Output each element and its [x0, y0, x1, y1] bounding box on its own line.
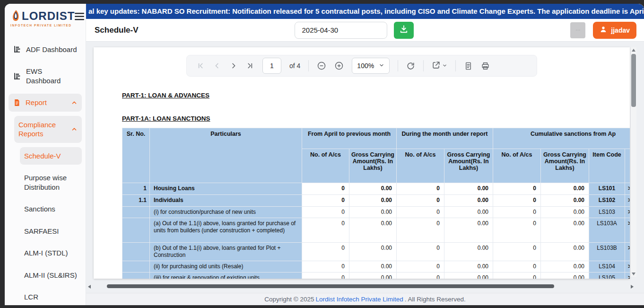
scroll-right-arrow-icon[interactable]	[631, 285, 634, 289]
vertical-scrollbar-thumb[interactable]	[631, 54, 636, 107]
refresh-icon[interactable]	[406, 62, 415, 70]
page-header: Schedule-V ··· jjadav	[86, 19, 644, 42]
content-area: of 4 100%	[86, 42, 644, 293]
report-table-body: 1Housing Loans00.0000.0000.00LS101>=1.1I…	[122, 183, 630, 279]
secondary-action-button[interactable]: ···	[570, 22, 585, 38]
table-cell: 0	[302, 207, 349, 218]
gross-carrying-header: Gross Carrying Amount(Rs. In Lakhs)	[444, 149, 493, 183]
chevron-down-icon	[442, 62, 447, 70]
horizontal-scrollbar-thumb[interactable]	[107, 284, 554, 288]
scroll-down-arrow-icon[interactable]	[632, 273, 635, 275]
sidebar-item-label: EWS Dashboard	[26, 67, 78, 85]
logo[interactable]: LORDIST INFOTECH PRIVATE LIMITED	[10, 9, 75, 27]
sidebar-item-label: LCR	[24, 292, 78, 302]
download-icon	[399, 25, 409, 35]
copyright-suffix: . All Rights Reserved.	[405, 296, 466, 303]
export-menu[interactable]	[432, 61, 447, 71]
sidebar-item-alm-ii[interactable]: ALM-II (SL&IRS)	[20, 266, 82, 284]
table-cell: LS103A	[589, 218, 625, 243]
table-cell: 0	[493, 183, 541, 195]
table-cell: >=	[625, 195, 630, 207]
page-number-input[interactable]	[262, 58, 281, 74]
table-cell: >=	[625, 243, 630, 261]
print-icon[interactable]	[481, 62, 490, 70]
document-properties-icon[interactable]	[464, 62, 473, 70]
table-row: (ii) for purchasing old units (Resale)00…	[122, 261, 630, 273]
table-cell: (iii) for repair & renovation of existin…	[150, 273, 302, 279]
table-cell: 0.00	[541, 195, 589, 207]
table-cell: 0.00	[541, 183, 589, 195]
group-header-from-april: From April to previous month	[302, 128, 397, 149]
app-window: LORDIST INFOTECH PRIVATE LIMITED ADF Das…	[5, 4, 644, 305]
hamburger-menu-icon[interactable]	[75, 12, 85, 23]
pdf-viewer-toolbar: of 4 100%	[186, 55, 537, 77]
sidebar-item-schedule-v[interactable]: Schedule-V	[20, 147, 82, 165]
table-cell: Housing Loans	[150, 183, 302, 195]
sidebar-item-purpose-wise-distribution[interactable]: Purpose wise Distribution	[20, 169, 82, 196]
sidebar-item-label: ADF Dashboard	[26, 45, 78, 54]
toolbar-divider	[455, 60, 456, 71]
table-cell: LS102	[589, 195, 625, 207]
sidebar-item-label: Purpose wise Distribution	[24, 173, 78, 192]
table-cell: 0	[397, 218, 444, 243]
table-row: 1.1Individuals00.0000.0000.00LS102>=	[122, 195, 630, 207]
table-cell	[122, 261, 150, 273]
table-cell: 0.00	[444, 273, 493, 279]
news-ticker-text: al key updates: NABARD SO Recruitment: N…	[88, 7, 644, 15]
toolbar-divider	[423, 60, 424, 71]
sidebar-item-compliance-reports[interactable]: Compliance Reports	[14, 116, 82, 143]
table-cell: LS104	[589, 261, 625, 273]
horizontal-scrollbar[interactable]	[88, 283, 634, 289]
sidebar-item-label: Schedule-V	[24, 151, 78, 161]
news-ticker: al key updates: NABARD SO Recruitment: N…	[86, 4, 644, 19]
table-cell	[122, 218, 150, 243]
main-area: al key updates: NABARD SO Recruitment: N…	[86, 4, 644, 305]
table-cell: 0	[302, 195, 349, 207]
next-page-icon[interactable]	[229, 62, 238, 70]
sidebar-item-sarfaesi[interactable]: SARFAESI	[20, 222, 82, 240]
table-cell: (ii) for purchasing old units (Resale)	[150, 261, 302, 273]
toolbar-divider	[308, 60, 309, 71]
download-button[interactable]	[394, 22, 414, 39]
table-cell: 0.00	[349, 183, 397, 195]
table-cell: 0.00	[541, 243, 589, 261]
table-cell: 0.00	[349, 243, 397, 261]
table-cell: 0.00	[541, 218, 589, 243]
zoom-in-icon[interactable]	[334, 61, 344, 70]
shell-logo-icon	[10, 9, 21, 23]
sidebar-item-report[interactable]: Report	[9, 94, 82, 112]
group-header-cumulative: Cumulative sanctions from Ap	[493, 128, 630, 149]
logo-title: LORDIST	[22, 10, 75, 22]
sidebar-item-ews-dashboard[interactable]: EWS Dashboard	[9, 62, 82, 89]
zoom-out-icon[interactable]	[317, 61, 326, 70]
scroll-left-arrow-icon[interactable]	[88, 285, 91, 289]
vertical-scrollbar[interactable]	[631, 47, 636, 277]
sidebar-item-lcr[interactable]: LCR	[20, 288, 82, 305]
blank-header	[625, 149, 630, 183]
table-row: (b) Out of the 1.1(i) above, loans grant…	[122, 243, 630, 261]
table-cell: (a) Out of the 1.1(i) above, loans grant…	[150, 218, 302, 243]
table-cell: 0.00	[444, 243, 493, 261]
scroll-up-arrow-icon[interactable]	[632, 49, 635, 52]
previous-page-icon[interactable]	[213, 62, 221, 70]
sidebar-item-sanctions[interactable]: Sanctions	[20, 200, 82, 218]
table-cell: >=	[625, 218, 630, 243]
sidebar-item-alm-i[interactable]: ALM-I (STDL)	[20, 244, 82, 262]
toolbar-divider	[398, 60, 398, 71]
sidebar-item-adf-dashboard[interactable]: ADF Dashboard	[9, 41, 82, 59]
report-date-input[interactable]	[295, 22, 387, 39]
user-name: jjadav	[611, 26, 630, 34]
first-page-icon[interactable]	[196, 62, 205, 70]
sidebar-item-label: SARFAESI	[24, 227, 78, 236]
bar-chart-icon	[13, 45, 21, 53]
report-heading-part1: PART-1: LOAN & ADVANCES	[122, 92, 630, 99]
user-menu-button[interactable]: jjadav	[593, 22, 636, 39]
company-link[interactable]: Lordist Infotech Private Limited	[315, 296, 403, 303]
table-cell: 0.00	[541, 261, 589, 273]
report-heading-part1a: PART-1A: LOAN SANCTIONS	[122, 115, 630, 122]
table-cell: >=	[625, 207, 630, 218]
table-cell	[122, 273, 150, 279]
last-page-icon[interactable]	[246, 62, 254, 70]
table-cell: 0	[302, 261, 349, 273]
zoom-level-select[interactable]: 100%	[352, 58, 390, 74]
